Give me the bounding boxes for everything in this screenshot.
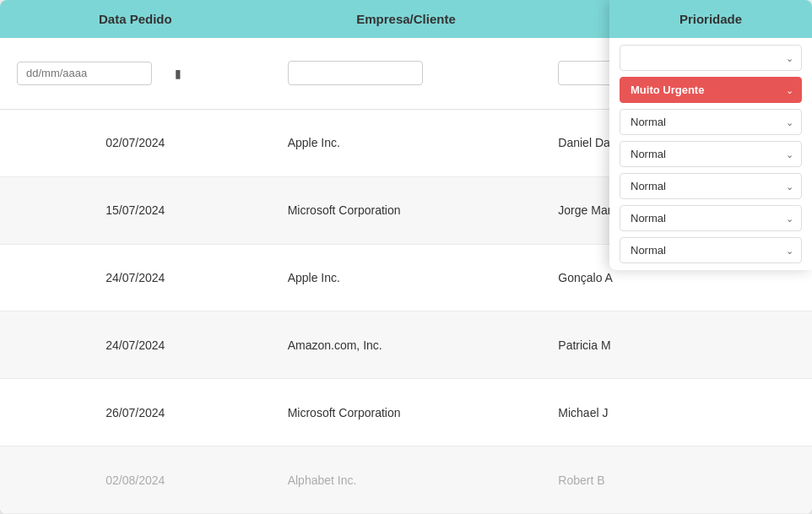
priority-select-normal-1[interactable]: Muito Urgente Urgente Normal Baixa bbox=[620, 109, 802, 135]
priority-item-3: Muito Urgente Urgente Normal Baixa ⌄ bbox=[620, 173, 802, 199]
company-filter-input[interactable] bbox=[288, 61, 423, 85]
calendar-icon[interactable]: ▮ bbox=[175, 67, 181, 80]
cell-date: 24/07/2024 bbox=[0, 244, 271, 311]
filter-date-cell: ▮ bbox=[0, 38, 271, 109]
priority-select-urgent[interactable]: Muito Urgente Urgente Normal Baixa bbox=[620, 77, 802, 103]
priority-select-normal-4[interactable]: Muito Urgente Urgente Normal Baixa bbox=[620, 205, 802, 231]
cell-date: 02/07/2024 bbox=[0, 109, 271, 176]
cell-company: Apple Inc. bbox=[271, 244, 542, 311]
cell-company: Apple Inc. bbox=[271, 109, 542, 176]
cell-company: Microsoft Corporation bbox=[271, 176, 542, 244]
cell-date: 26/07/2024 bbox=[0, 379, 271, 446]
main-container: Data Pedido Empresa/Cliente Contacto ▮ bbox=[0, 0, 812, 514]
priority-select-normal-5[interactable]: Muito Urgente Urgente Normal Baixa bbox=[620, 237, 802, 263]
priority-select-normal-3[interactable]: Muito Urgente Urgente Normal Baixa bbox=[620, 173, 802, 199]
header-data-pedido: Data Pedido bbox=[0, 0, 271, 38]
priority-item-0: Muito Urgente Urgente Normal Baixa ⌄ bbox=[620, 77, 802, 103]
priority-select-blank[interactable]: Muito Urgente Urgente Normal Baixa bbox=[620, 45, 802, 71]
priority-item-2: Muito Urgente Urgente Normal Baixa ⌄ bbox=[620, 141, 802, 167]
cell-company: Amazon.com, Inc. bbox=[271, 311, 542, 379]
cell-date: 15/07/2024 bbox=[0, 176, 271, 244]
priority-item-4: Muito Urgente Urgente Normal Baixa ⌄ bbox=[620, 205, 802, 231]
filter-company-cell bbox=[271, 38, 542, 109]
cell-contact: Robert B bbox=[541, 446, 812, 514]
cell-contact: Patricia M bbox=[541, 311, 812, 379]
date-input-wrapper[interactable]: ▮ bbox=[17, 62, 152, 85]
cell-date: 02/08/2024 bbox=[0, 446, 271, 514]
priority-select-normal-2[interactable]: Muito Urgente Urgente Normal Baixa bbox=[620, 141, 802, 167]
priority-panel-items: Muito Urgente Urgente Normal Baixa ⌄ Mui… bbox=[609, 38, 812, 270]
table-row: 24/07/2024 Amazon.com, Inc. Patricia M bbox=[0, 311, 812, 379]
cell-company: Microsoft Corporation bbox=[271, 379, 542, 446]
header-empresa-cliente: Empresa/Cliente bbox=[271, 0, 542, 38]
cell-date: 24/07/2024 bbox=[0, 311, 271, 379]
priority-panel: Prioridade Muito Urgente Urgente Normal … bbox=[609, 0, 812, 270]
priority-item-1: Muito Urgente Urgente Normal Baixa ⌄ bbox=[620, 109, 802, 135]
priority-blank-wrapper: Muito Urgente Urgente Normal Baixa ⌄ bbox=[620, 45, 802, 71]
priority-panel-header: Prioridade bbox=[609, 0, 812, 38]
priority-item-5: Muito Urgente Urgente Normal Baixa ⌄ bbox=[620, 237, 802, 263]
cell-company: Alphabet Inc. bbox=[271, 446, 542, 514]
table-row: 02/08/2024 Alphabet Inc. Robert B bbox=[0, 446, 812, 514]
date-filter-input[interactable] bbox=[26, 67, 168, 79]
cell-contact: Michael J bbox=[541, 379, 812, 446]
table-row: 26/07/2024 Microsoft Corporation Michael… bbox=[0, 379, 812, 446]
